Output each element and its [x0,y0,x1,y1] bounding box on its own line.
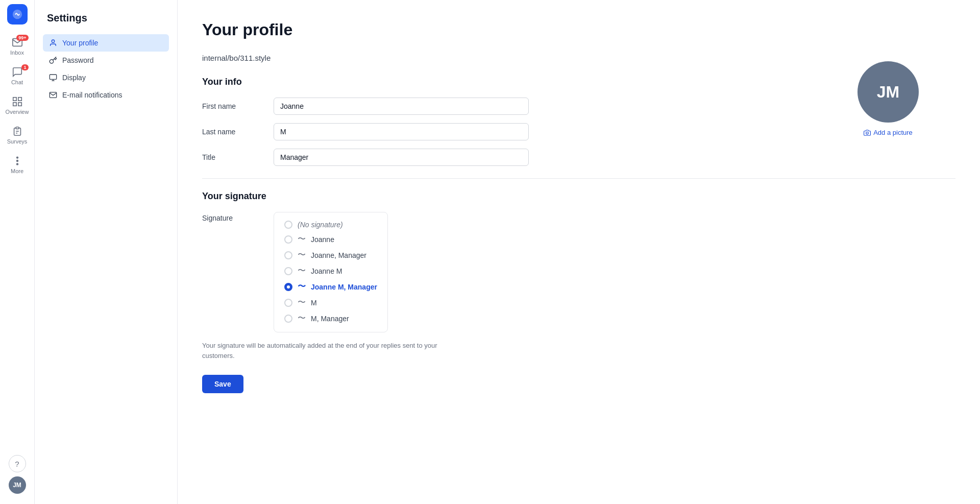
first-name-input[interactable] [274,98,529,115]
sig-option-none[interactable]: (No signature) [284,221,377,229]
sidebar-item-display-label: Display [62,74,86,82]
save-button[interactable]: Save [202,375,243,393]
sig-m-manager-label: M, Manager [311,315,349,323]
inbox-badge: 99+ [16,35,28,41]
nav-more-label: More [11,168,23,174]
nav-inbox-label: Inbox [10,50,24,56]
sig-wave-icon-4: 〜 [298,281,306,292]
sig-wave-icon-5: 〜 [298,297,306,308]
profile-avatar: JM [857,61,919,123]
svg-rect-4 [18,102,21,105]
sig-radio-joanne-m[interactable] [284,267,292,275]
signature-options-box: (No signature) 〜 Joanne 〜 Joanne, Manage… [274,212,388,332]
svg-rect-5 [16,127,19,129]
signature-row: Signature (No signature) 〜 Joanne 〜 Joan… [202,212,955,332]
sidebar-item-password[interactable]: Password [43,52,169,69]
nav-inbox[interactable]: 99+ Inbox [2,32,33,60]
nav-overview-label: Overview [6,109,29,115]
sidebar-item-display[interactable]: Display [43,69,169,86]
sig-radio-joanne-manager[interactable] [284,251,292,259]
sidebar-item-your-profile[interactable]: Your profile [43,34,169,52]
sig-none-label: (No signature) [298,221,343,229]
sig-joanne-m-manager-label: Joanne M, Manager [311,283,377,291]
nav-surveys-label: Surveys [7,138,28,145]
sig-m-label: M [311,299,317,307]
nav-chat[interactable]: 1 Chat [2,61,33,90]
sig-option-joanne-manager[interactable]: 〜 Joanne, Manager [284,250,377,260]
nav-more[interactable]: More [2,150,33,179]
sig-option-joanne[interactable]: 〜 Joanne [284,234,377,245]
title-label: Title [202,153,274,161]
sig-joanne-manager-label: Joanne, Manager [311,251,366,259]
svg-rect-2 [18,97,21,100]
svg-rect-1 [13,97,16,100]
sig-wave-icon-2: 〜 [298,250,306,260]
sidebar-item-your-profile-label: Your profile [62,39,98,47]
app-logo [7,4,28,25]
sig-radio-joanne[interactable] [284,235,292,244]
sig-wave-icon: 〜 [298,234,306,245]
signature-label: Signature [202,212,274,222]
sidebar-item-password-label: Password [62,56,93,64]
user-avatar-button[interactable]: JM [9,476,26,494]
svg-point-11 [52,40,54,42]
last-name-input[interactable] [274,123,529,140]
your-signature-heading: Your signature [202,191,955,202]
title-input[interactable] [274,149,529,166]
sig-option-joanne-m[interactable]: 〜 Joanne M [284,266,377,276]
svg-point-9 [16,160,18,161]
sidebar-title: Settings [43,12,169,24]
svg-point-10 [16,163,18,165]
sidebar-item-email-label: E-mail notifications [62,91,122,99]
sig-option-m-manager[interactable]: 〜 M, Manager [284,313,377,324]
profile-avatar-area: JM Add a picture [857,61,919,136]
svg-rect-12 [50,75,56,79]
sig-option-joanne-m-manager[interactable]: 〜 Joanne M, Manager [284,281,377,292]
sig-wave-icon-6: 〜 [298,313,306,324]
svg-rect-3 [13,102,16,105]
sig-radio-joanne-m-manager[interactable] [284,283,292,291]
avatar-initials: JM [877,83,899,102]
profile-url: internal/bo/311.style [202,54,955,62]
svg-point-8 [16,157,18,158]
your-info-heading: Your info [202,77,955,87]
sig-radio-m-manager[interactable] [284,315,292,323]
last-name-row: Last name [202,123,955,140]
nav-overview[interactable]: Overview [2,91,33,119]
help-button[interactable]: ? [9,455,26,472]
chat-badge: 1 [21,64,28,70]
main-content: Your profile internal/bo/311.style Your … [178,0,980,504]
settings-sidebar: Settings Your profile Password Display E… [35,0,178,504]
first-name-label: First name [202,102,274,110]
svg-point-15 [866,132,869,134]
first-name-row: First name [202,98,955,115]
sig-joanne-label: Joanne [311,235,334,244]
last-name-label: Last name [202,128,274,136]
title-row: Title [202,149,955,166]
add-picture-label: Add a picture [873,129,913,136]
page-title: Your profile [202,20,955,39]
add-picture-button[interactable]: Add a picture [864,129,913,136]
sidebar-item-email-notifications[interactable]: E-mail notifications [43,86,169,104]
sig-radio-none[interactable] [284,221,292,229]
signature-hint: Your signature will be automatically add… [202,341,462,361]
nav-chat-label: Chat [11,79,23,85]
sig-joanne-m-label: Joanne M [311,267,342,275]
section-divider [202,178,955,179]
sig-option-m[interactable]: 〜 M [284,297,377,308]
sig-radio-m[interactable] [284,299,292,307]
sig-wave-icon-3: 〜 [298,266,306,276]
icon-bar: 99+ Inbox 1 Chat Overview Surveys More ?… [0,0,35,504]
nav-surveys[interactable]: Surveys [2,121,33,149]
